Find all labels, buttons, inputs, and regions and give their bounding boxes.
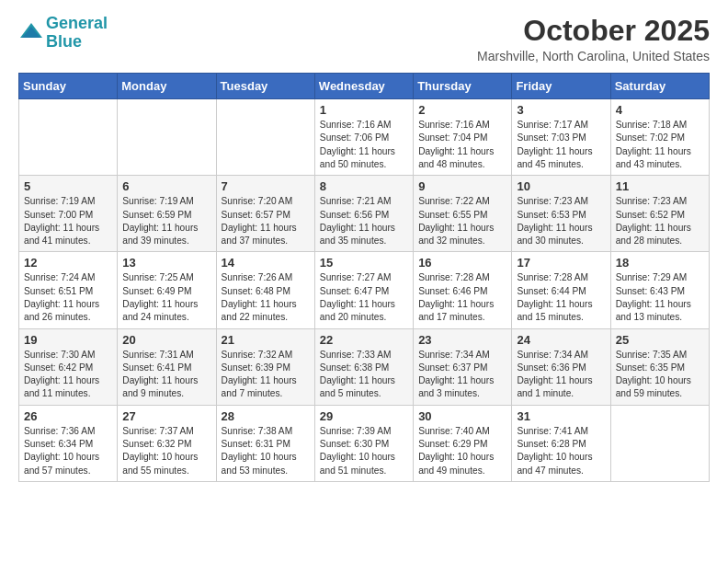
calendar-cell: 12Sunrise: 7:24 AMSunset: 6:51 PMDayligh… [19, 252, 118, 328]
calendar-cell: 15Sunrise: 7:27 AMSunset: 6:47 PMDayligh… [314, 252, 413, 328]
day-info: Sunrise: 7:28 AMSunset: 6:44 PMDaylight:… [517, 271, 605, 324]
day-info: Sunrise: 7:28 AMSunset: 6:46 PMDaylight:… [418, 271, 506, 324]
day-info: Sunrise: 7:34 AMSunset: 6:37 PMDaylight:… [418, 349, 506, 401]
day-info: Sunrise: 7:19 AMSunset: 7:00 PMDaylight:… [24, 195, 112, 247]
calendar-table: SundayMondayTuesdayWednesdayThursdayFrid… [18, 73, 710, 482]
calendar-cell: 20Sunrise: 7:31 AMSunset: 6:41 PMDayligh… [118, 328, 216, 405]
calendar-cell: 23Sunrise: 7:34 AMSunset: 6:37 PMDayligh… [414, 328, 512, 405]
day-info: Sunrise: 7:23 AMSunset: 6:52 PMDaylight:… [616, 195, 704, 247]
calendar-cell: 31Sunrise: 7:41 AMSunset: 6:28 PMDayligh… [512, 405, 610, 481]
day-number: 23 [418, 333, 506, 347]
day-info: Sunrise: 7:30 AMSunset: 6:42 PMDaylight:… [24, 349, 112, 401]
day-info: Sunrise: 7:16 AMSunset: 7:06 PMDaylight:… [320, 119, 408, 171]
calendar-cell: 9Sunrise: 7:22 AMSunset: 6:55 PMDaylight… [414, 176, 512, 252]
day-number: 28 [222, 409, 310, 423]
day-number: 2 [418, 103, 506, 117]
weekday-header-sunday: Sunday [19, 74, 118, 99]
day-info: Sunrise: 7:33 AMSunset: 6:38 PMDaylight:… [320, 349, 408, 401]
day-number: 1 [320, 103, 408, 117]
calendar-week-3: 12Sunrise: 7:24 AMSunset: 6:51 PMDayligh… [19, 252, 710, 328]
calendar-cell: 26Sunrise: 7:36 AMSunset: 6:34 PMDayligh… [19, 405, 118, 481]
calendar-cell: 21Sunrise: 7:32 AMSunset: 6:39 PMDayligh… [216, 328, 314, 405]
day-number: 30 [418, 409, 506, 423]
day-number: 21 [222, 333, 310, 347]
logo-general: General [46, 14, 108, 32]
day-number: 20 [122, 333, 210, 347]
calendar-cell: 13Sunrise: 7:25 AMSunset: 6:49 PMDayligh… [118, 252, 216, 328]
calendar-cell: 28Sunrise: 7:38 AMSunset: 6:31 PMDayligh… [216, 405, 314, 481]
weekday-header-friday: Friday [512, 74, 610, 99]
day-info: Sunrise: 7:21 AMSunset: 6:56 PMDaylight:… [320, 195, 408, 247]
calendar-cell: 22Sunrise: 7:33 AMSunset: 6:38 PMDayligh… [314, 328, 413, 405]
day-info: Sunrise: 7:34 AMSunset: 6:36 PMDaylight:… [517, 349, 605, 401]
day-number: 18 [616, 256, 704, 270]
calendar-cell: 4Sunrise: 7:18 AMSunset: 7:02 PMDaylight… [610, 99, 709, 176]
calendar-cell: 14Sunrise: 7:26 AMSunset: 6:48 PMDayligh… [216, 252, 314, 328]
day-info: Sunrise: 7:27 AMSunset: 6:47 PMDaylight:… [320, 271, 408, 324]
day-info: Sunrise: 7:26 AMSunset: 6:48 PMDaylight:… [222, 271, 310, 324]
title-block: October 2025 Marshville, North Carolina,… [477, 15, 710, 63]
calendar-cell: 5Sunrise: 7:19 AMSunset: 7:00 PMDaylight… [19, 176, 118, 252]
day-number: 14 [222, 256, 310, 270]
calendar-cell: 16Sunrise: 7:28 AMSunset: 6:46 PMDayligh… [414, 252, 512, 328]
calendar-cell [19, 99, 118, 176]
calendar-cell: 30Sunrise: 7:40 AMSunset: 6:29 PMDayligh… [414, 405, 512, 481]
weekday-header-thursday: Thursday [414, 74, 512, 99]
weekday-header-monday: Monday [118, 74, 216, 99]
day-number: 9 [418, 179, 506, 193]
day-number: 5 [24, 179, 112, 193]
calendar-cell: 1Sunrise: 7:16 AMSunset: 7:06 PMDaylight… [314, 99, 413, 176]
calendar-cell: 18Sunrise: 7:29 AMSunset: 6:43 PMDayligh… [610, 252, 709, 328]
calendar-cell: 10Sunrise: 7:23 AMSunset: 6:53 PMDayligh… [512, 176, 610, 252]
day-info: Sunrise: 7:41 AMSunset: 6:28 PMDaylight:… [517, 425, 605, 477]
weekday-header-tuesday: Tuesday [216, 74, 314, 99]
day-number: 27 [122, 409, 210, 423]
day-number: 8 [320, 179, 408, 193]
weekday-header-saturday: Saturday [610, 74, 709, 99]
day-number: 13 [122, 256, 210, 270]
day-number: 4 [616, 103, 704, 117]
day-info: Sunrise: 7:16 AMSunset: 7:04 PMDaylight:… [418, 119, 506, 171]
calendar-cell: 24Sunrise: 7:34 AMSunset: 6:36 PMDayligh… [512, 328, 610, 405]
day-number: 25 [616, 333, 704, 347]
calendar-cell [118, 99, 216, 176]
day-info: Sunrise: 7:19 AMSunset: 6:59 PMDaylight:… [122, 195, 210, 247]
calendar-cell: 8Sunrise: 7:21 AMSunset: 6:56 PMDaylight… [314, 176, 413, 252]
month-title: October 2025 [477, 15, 710, 47]
day-number: 26 [24, 409, 112, 423]
day-info: Sunrise: 7:17 AMSunset: 7:03 PMDaylight:… [517, 119, 605, 171]
calendar-cell: 25Sunrise: 7:35 AMSunset: 6:35 PMDayligh… [610, 328, 709, 405]
calendar-week-2: 5Sunrise: 7:19 AMSunset: 7:00 PMDaylight… [19, 176, 710, 252]
day-number: 16 [418, 256, 506, 270]
calendar-week-1: 1Sunrise: 7:16 AMSunset: 7:06 PMDaylight… [19, 99, 710, 176]
day-info: Sunrise: 7:23 AMSunset: 6:53 PMDaylight:… [517, 195, 605, 247]
day-number: 3 [517, 103, 605, 117]
day-number: 11 [616, 179, 704, 193]
day-info: Sunrise: 7:29 AMSunset: 6:43 PMDaylight:… [616, 271, 704, 324]
calendar-cell: 11Sunrise: 7:23 AMSunset: 6:52 PMDayligh… [610, 176, 709, 252]
weekday-header-wednesday: Wednesday [314, 74, 413, 99]
page: General Blue October 2025 Marshville, No… [0, 0, 728, 563]
day-number: 24 [517, 333, 605, 347]
day-info: Sunrise: 7:20 AMSunset: 6:57 PMDaylight:… [222, 195, 310, 247]
day-info: Sunrise: 7:36 AMSunset: 6:34 PMDaylight:… [24, 425, 112, 477]
logo: General Blue [18, 15, 108, 52]
day-info: Sunrise: 7:35 AMSunset: 6:35 PMDaylight:… [616, 349, 704, 401]
day-number: 15 [320, 256, 408, 270]
day-info: Sunrise: 7:37 AMSunset: 6:32 PMDaylight:… [122, 425, 210, 477]
day-number: 31 [517, 409, 605, 423]
logo-icon [18, 21, 44, 41]
day-info: Sunrise: 7:38 AMSunset: 6:31 PMDaylight:… [222, 425, 310, 477]
calendar-cell: 27Sunrise: 7:37 AMSunset: 6:32 PMDayligh… [118, 405, 216, 481]
day-info: Sunrise: 7:32 AMSunset: 6:39 PMDaylight:… [222, 349, 310, 401]
calendar-week-4: 19Sunrise: 7:30 AMSunset: 6:42 PMDayligh… [19, 328, 710, 405]
calendar-cell: 3Sunrise: 7:17 AMSunset: 7:03 PMDaylight… [512, 99, 610, 176]
day-number: 17 [517, 256, 605, 270]
logo-blue: Blue [46, 32, 82, 51]
day-number: 6 [122, 179, 210, 193]
calendar-cell [610, 405, 709, 481]
day-number: 10 [517, 179, 605, 193]
day-number: 7 [222, 179, 310, 193]
day-info: Sunrise: 7:18 AMSunset: 7:02 PMDaylight:… [616, 119, 704, 171]
day-info: Sunrise: 7:39 AMSunset: 6:30 PMDaylight:… [320, 425, 408, 477]
